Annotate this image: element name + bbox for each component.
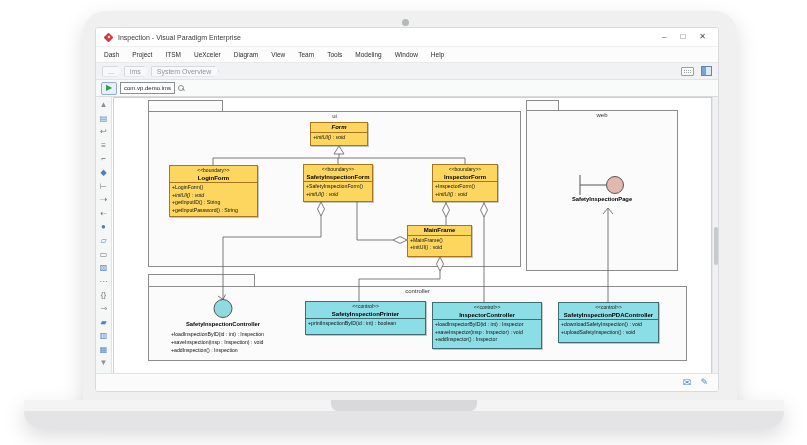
diagram-canvas[interactable]: uiwebcontrollerForm+initUI() : void<<bou…: [112, 97, 712, 373]
class-inspectorcontroller[interactable]: <<control>>InspectorController+loadInspe…: [432, 302, 542, 349]
note-tool-icon[interactable]: ▧: [97, 261, 111, 275]
anchor-tool-icon[interactable]: ⊸: [97, 302, 111, 316]
operation: +downloadSafetyInspection() : void: [561, 321, 656, 329]
class-safetyinspectionpdacontroller[interactable]: <<control>>SafetyInspectionPDAController…: [558, 302, 659, 343]
class-stereotype: <<control>>: [433, 303, 541, 311]
dots-tool-icon[interactable]: ⋯: [97, 275, 111, 289]
class-name: InspectorForm: [433, 173, 497, 182]
close-button[interactable]: ✕: [699, 33, 706, 41]
app-window: Inspection - Visual Paradigm Enterprise …: [95, 27, 719, 392]
menu-bar: DashProjectITSMUeXcelerDiagramViewTeamTo…: [96, 47, 718, 63]
aggregation-tool-icon[interactable]: ◆: [97, 166, 111, 180]
operation: +InspectorForm(): [435, 183, 495, 191]
menu-item-uexceler[interactable]: UeXceler: [194, 51, 221, 58]
class-name: InspectorController: [433, 311, 541, 320]
class-name: SafetyInspectionForm: [304, 173, 372, 182]
mail-icon[interactable]: ✉: [683, 378, 691, 388]
scrollbar-thumb[interactable]: [714, 227, 718, 265]
menu-item-tools[interactable]: Tools: [327, 51, 342, 58]
class-form[interactable]: Form+initUI() : void: [310, 122, 368, 146]
scroll-down-icon[interactable]: ▼: [97, 356, 111, 370]
class-mainframe[interactable]: MainFrame+MainFrame()+initUI() : void: [407, 225, 472, 257]
menu-item-diagram[interactable]: Diagram: [234, 51, 259, 58]
generalization-tool-icon[interactable]: ⌐: [97, 152, 111, 166]
multiplicity-tool-icon[interactable]: ≡: [97, 139, 111, 153]
operation: +initUI() : void: [410, 244, 469, 252]
menu-item-team[interactable]: Team: [298, 51, 314, 58]
package-web[interactable]: web: [526, 110, 678, 271]
operation: +saveInspection(insp : Inspection) : voi…: [171, 338, 264, 346]
status-bar: ✉ ✎: [96, 373, 718, 391]
visual-paradigm-logo-icon: [104, 33, 113, 42]
class-name: SafetyInspectionPDAController: [559, 311, 658, 320]
package-tab-ui[interactable]: [148, 100, 223, 111]
scroll-up-icon[interactable]: ▲: [97, 98, 111, 112]
constraint-tool-icon[interactable]: {}: [97, 288, 111, 302]
ellipse-tool-icon[interactable]: ●: [97, 220, 111, 234]
association-tool-icon[interactable]: ↩: [97, 125, 111, 139]
class-operations: +SafetyInspectionForm()+initUI() : void: [304, 181, 372, 199]
tool-palette: ▲▤↩≡⌐◆⊢⇢⇠●▱▭▧⋯{}⊸▰▥▦▼: [96, 97, 112, 373]
breadcrumb-item-1[interactable]: ims: [124, 66, 149, 77]
vertical-scrollbar[interactable]: [712, 97, 718, 373]
package-tab-controller[interactable]: [148, 274, 255, 286]
menu-item-dash[interactable]: Dash: [104, 51, 119, 58]
breadcrumb: ...imsSystem Overview: [96, 63, 718, 80]
diagram-tool-icon[interactable]: ▥: [97, 329, 111, 343]
realization-tool-icon[interactable]: ⇢: [97, 193, 111, 207]
operation: +uploadSafetyInspection() : void: [561, 329, 656, 337]
folder-tool-icon[interactable]: ▰: [97, 316, 111, 330]
breadcrumb-items: ...imsSystem Overview: [102, 66, 221, 77]
minimize-button[interactable]: –: [662, 33, 666, 41]
class-name: MainFrame: [408, 226, 471, 235]
layout-panel-icon[interactable]: [701, 66, 712, 76]
breadcrumb-item-2[interactable]: System Overview: [151, 66, 219, 77]
operation: +getInputPassword() : String: [172, 207, 255, 215]
operation: +printInspectionByID(id : int) : boolean: [308, 320, 423, 328]
laptop-base-notch: [331, 400, 477, 411]
class-safetyinspectionform[interactable]: <<boundary>>SafetyInspectionForm+SafetyI…: [303, 164, 373, 202]
interface-tool-icon[interactable]: ⊢: [97, 180, 111, 194]
class-name: SafetyInspectionPrinter: [306, 310, 425, 319]
package-tool-icon[interactable]: ▱: [97, 234, 111, 248]
menu-item-project[interactable]: Project: [132, 51, 152, 58]
package-tab-web[interactable]: [526, 100, 559, 110]
diagram-toolbar: ▶ com.vp.demo.ims: [96, 80, 718, 97]
control-actor-label: SafetyInspectionController: [163, 321, 283, 327]
grid-tool-icon[interactable]: ▦: [97, 343, 111, 357]
operation: +SafetyInspectionForm(): [306, 183, 370, 191]
menu-item-help[interactable]: Help: [431, 51, 444, 58]
screenshot-stage: Inspection - Visual Paradigm Enterprise …: [0, 0, 807, 445]
search-icon[interactable]: [178, 85, 185, 92]
class-stereotype: <<boundary>>: [433, 165, 497, 173]
class-operations: +printInspectionByID(id : int) : boolean: [306, 318, 425, 329]
class-operations: +loadInspectorByID(id : int) : Inspector…: [433, 319, 541, 345]
menu-item-itsm[interactable]: ITSM: [165, 51, 181, 58]
dependency-tool-icon[interactable]: ⇠: [97, 207, 111, 221]
class-safetyinspectionprinter[interactable]: <<control>>SafetyInspectionPrinter+print…: [305, 301, 426, 335]
class-name: LoginForm: [170, 174, 257, 183]
operation: +initUI() : void: [313, 134, 365, 142]
title-bar: Inspection - Visual Paradigm Enterprise …: [96, 28, 718, 47]
boundary-actor-label: SafetyInspectionPage: [542, 196, 662, 202]
project-file-field[interactable]: com.vp.demo.ims: [120, 82, 175, 94]
class-inspectorform[interactable]: <<boundary>>InspectorForm+InspectorForm(…: [432, 164, 498, 202]
class-loginform[interactable]: <<boundary>>LoginForm+LoginForm()+initUI…: [169, 165, 258, 217]
window-title: Inspection - Visual Paradigm Enterprise: [118, 34, 241, 41]
menu-item-window[interactable]: Window: [395, 51, 418, 58]
maximize-button[interactable]: □: [680, 33, 685, 41]
package-label: controller: [149, 288, 686, 294]
menu-item-view[interactable]: View: [271, 51, 285, 58]
frame-tool-icon[interactable]: ▭: [97, 248, 111, 262]
class-tool-icon[interactable]: ▤: [97, 112, 111, 126]
menu-item-modeling[interactable]: Modeling: [355, 51, 381, 58]
class-stereotype: <<boundary>>: [304, 165, 372, 173]
breadcrumb-item-0[interactable]: ...: [102, 66, 122, 77]
document-edit-icon[interactable]: ✎: [700, 378, 708, 387]
operation: +LoginForm(): [172, 184, 255, 192]
operation: +loadInspectorByID(id : int) : Inspector: [435, 321, 539, 329]
run-button[interactable]: ▶: [101, 82, 117, 95]
operation: +initUI() : void: [435, 191, 495, 199]
presentation-mode-icon[interactable]: [681, 67, 694, 76]
class-operations: +MainFrame()+initUI() : void: [408, 235, 471, 253]
